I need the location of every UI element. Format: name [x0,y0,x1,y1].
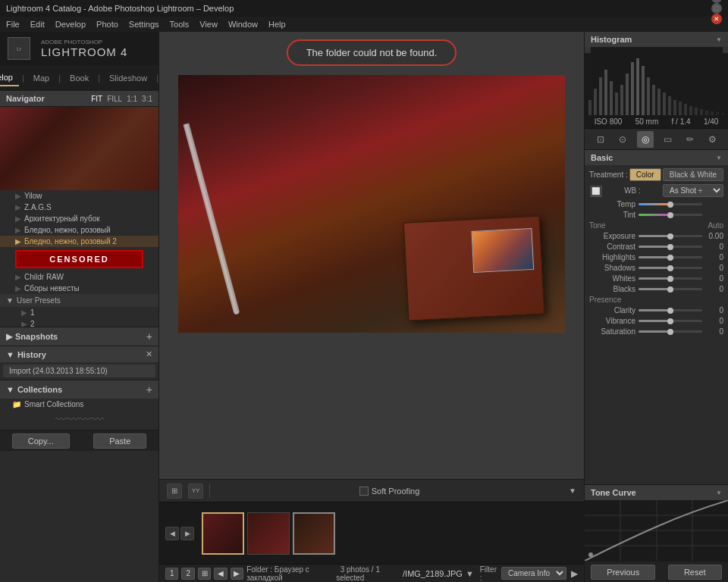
soft-proofing-checkbox[interactable] [359,487,369,496]
wb-picker-icon[interactable]: 🔲 [589,185,602,197]
tab-develop[interactable]: Develop [0,70,19,86]
contrast-thumb[interactable] [667,244,673,250]
gradient-filter-icon[interactable]: ▭ [659,131,676,148]
menu-photo[interactable]: Photo [96,20,118,29]
preset-user-2[interactable]: ▶ 2 [0,318,158,327]
next-nav-button[interactable]: ▶ [231,568,243,580]
menu-develop[interactable]: Develop [55,20,86,29]
menu-tools[interactable]: Tools [170,20,190,29]
tone-curve-header[interactable]: Tone Curve ▼ [585,485,728,500]
filmstrip-thumb-3[interactable] [293,512,335,555]
color-sample-icon[interactable]: YY [188,483,203,499]
preset-user-1[interactable]: ▶ 1 [0,307,158,318]
page-1-button[interactable]: 1 [165,568,178,580]
nav-fit[interactable]: FIT [91,95,102,103]
vibrance-track[interactable] [639,320,702,322]
prev-nav-button[interactable]: ◀ [214,568,227,580]
tab-book[interactable]: Book [64,70,95,86]
snapshots-header[interactable]: ▶ Snapshots + [0,327,158,346]
photo-name-arrow[interactable]: ▼ [466,569,474,578]
nav-3to1[interactable]: 3:1 [142,95,152,103]
user-presets-header[interactable]: ▼ User Presets [0,294,158,307]
menu-settings[interactable]: Settings [129,20,159,29]
collections-header[interactable]: ▼ Collections + [0,380,158,399]
whites-track[interactable] [639,277,702,280]
preset-bледно1[interactable]: ▶ Бледно, нежно, розовый [0,224,158,236]
menu-edit[interactable]: Edit [30,20,45,29]
snapshots-add-icon[interactable]: + [146,330,152,343]
clarity-track[interactable] [639,309,702,311]
shadows-track[interactable] [639,267,702,269]
exposure-track[interactable] [639,235,702,237]
filmstrip-right-arrow[interactable]: ▶ [571,568,578,579]
preset-sbory[interactable]: ▶ Сборы невесты [0,283,158,294]
tone-curve-content [585,500,728,561]
redeye-tool-icon[interactable]: ◎ [637,131,654,148]
maximize-button[interactable]: □ [711,3,722,14]
clarity-thumb[interactable] [667,308,673,314]
tint-track[interactable] [639,214,702,216]
color-treatment-button[interactable]: Color [629,168,661,181]
exposure-thumb[interactable] [667,233,673,239]
collections-add-icon[interactable]: + [146,383,152,396]
filmstrip-thumb-2[interactable] [247,512,290,555]
grid-view-icon[interactable]: ⊞ [167,483,182,499]
basic-header[interactable]: Basic ▼ [585,150,728,165]
saturation-thumb[interactable] [667,329,673,335]
auto-button[interactable]: Auto [708,221,723,230]
history-header[interactable]: ▼ History ✕ [0,346,158,362]
contrast-track[interactable] [639,246,702,248]
filmstrip-next-page-button[interactable]: ▶ [180,527,194,540]
vibrance-thumb[interactable] [667,318,673,324]
close-button[interactable]: ✕ [711,14,722,24]
reset-button[interactable]: Reset [668,565,722,580]
menu-file[interactable]: File [6,20,20,29]
temp-thumb[interactable] [667,202,673,208]
crop-tool-icon[interactable]: ⊡ [592,131,609,148]
blacks-track[interactable] [639,288,702,290]
temp-track[interactable] [639,203,702,205]
nav-1to1[interactable]: 1:1 [127,95,137,103]
highlights-thumb[interactable] [667,255,673,261]
soft-proofing-toggle[interactable]: Soft Proofing [359,487,420,496]
histogram-header[interactable]: Histogram ▼ [585,32,728,47]
menu-view[interactable]: View [199,20,218,29]
highlights-track[interactable] [639,256,702,258]
preset-censored[interactable]: CENSORED [15,250,143,268]
filmstrip-thumb-1[interactable] [202,512,244,555]
grid-view-button[interactable]: ⊞ [198,568,211,580]
history-clear-icon[interactable]: ✕ [146,349,152,359]
shadows-thumb[interactable] [667,265,673,271]
wb-select[interactable]: As Shot ÷ [663,184,723,197]
whites-thumb[interactable] [667,276,673,282]
navigator-header[interactable]: Navigator FIT FILL 1:1 3:1 [0,91,158,107]
filter-select[interactable]: Camera Info [501,567,566,580]
tint-thumb[interactable] [667,212,673,218]
preset-бледно2[interactable]: ▶ Бледно, нежно, розовый 2 [0,236,158,247]
menu-window[interactable]: Window [228,20,258,29]
previous-button[interactable]: Previous [591,565,655,580]
photo-count: 3 photos / 1 selected [336,565,400,582]
toolbar-dropdown-icon[interactable]: ▼ [569,487,576,495]
settings-icon[interactable]: ⚙ [704,131,720,148]
preset-yilow[interactable]: ▶ Yilow [0,190,158,202]
spot-removal-icon[interactable]: ⊙ [614,131,631,148]
preset-zags[interactable]: ▶ Z.A.G.S [0,202,158,213]
copy-button[interactable]: Copy... [12,433,70,449]
smart-collections-item[interactable]: 📁 Smart Collections [0,399,158,410]
blacks-thumb[interactable] [667,286,673,293]
preset-childr[interactable]: ▶ Childr RAW [0,271,158,283]
page-2-button[interactable]: 2 [181,568,194,580]
tab-slideshow[interactable]: Slideshow [103,70,153,86]
menu-help[interactable]: Help [268,20,286,29]
preset-arch[interactable]: ▶ Архитектурный пубок [0,213,158,224]
saturation-track[interactable] [639,330,702,333]
tab-map[interactable]: Map [27,70,55,86]
adjustment-brush-icon[interactable]: ✏ [682,131,698,148]
bw-treatment-button[interactable]: Black & White [663,168,723,181]
paste-button[interactable]: Paste [93,433,146,449]
filmstrip-prev-page-button[interactable]: ◀ [165,527,179,540]
nav-fill[interactable]: FILL [107,95,122,103]
svg-rect-19 [684,104,687,115]
history-item-import[interactable]: Import (24.03.2013 18:55:10) [3,365,155,377]
